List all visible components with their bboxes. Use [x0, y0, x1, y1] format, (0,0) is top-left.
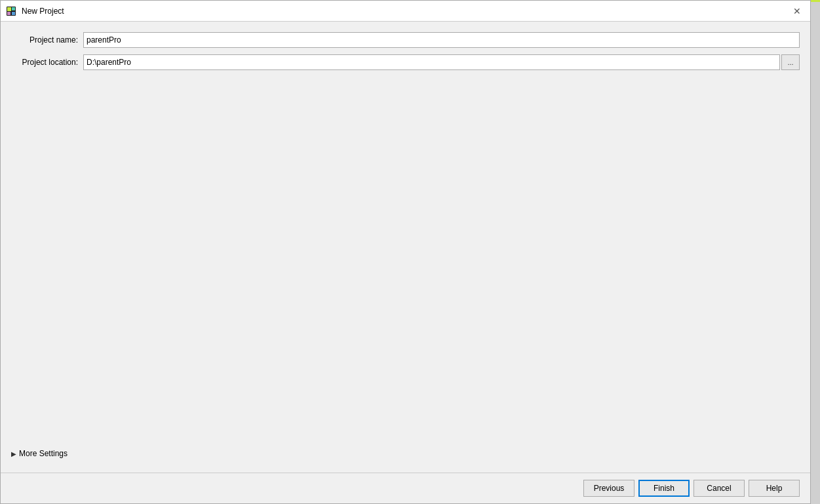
project-location-row: Project location: ... — [11, 54, 800, 70]
expand-arrow-icon: ▶ — [11, 450, 16, 457]
project-name-row: Project name: — [11, 32, 800, 48]
svg-rect-1 — [7, 7, 11, 11]
project-icon — [6, 6, 16, 16]
dialog-content: Project name: Project location: ... ▶ Mo… — [1, 22, 810, 473]
svg-rect-3 — [7, 12, 10, 15]
help-button[interactable]: Help — [749, 480, 800, 497]
svg-rect-4 — [12, 12, 15, 15]
dialog-title: New Project — [22, 7, 789, 16]
more-settings-row[interactable]: ▶ More Settings — [11, 445, 800, 462]
cancel-button[interactable]: Cancel — [693, 480, 745, 497]
more-settings-label: More Settings — [19, 449, 68, 458]
browse-button[interactable]: ... — [781, 54, 800, 70]
close-button[interactable]: ✕ — [789, 3, 805, 19]
content-spacer — [11, 77, 800, 445]
project-name-label: Project name: — [11, 35, 83, 45]
dialog-wrapper: New Project ✕ Project name: Project loca… — [0, 0, 820, 504]
project-location-label: Project location: — [11, 58, 83, 67]
new-project-dialog: New Project ✕ Project name: Project loca… — [0, 0, 811, 504]
previous-button[interactable]: Previous — [583, 480, 635, 497]
project-name-input[interactable] — [83, 32, 800, 48]
svg-rect-2 — [12, 7, 15, 10]
project-location-input[interactable] — [83, 54, 780, 70]
finish-button[interactable]: Finish — [638, 480, 690, 497]
title-bar: New Project ✕ — [1, 1, 810, 22]
bottom-bar: Previous Finish Cancel Help — [1, 473, 810, 503]
